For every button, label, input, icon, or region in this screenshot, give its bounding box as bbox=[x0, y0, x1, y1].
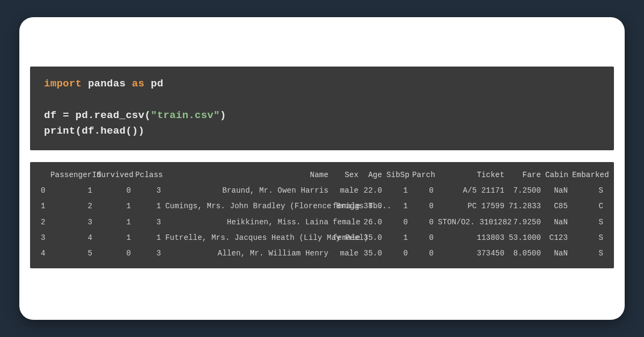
cell-cab: C85 bbox=[543, 199, 570, 214]
cell-tick: 113803 bbox=[436, 230, 507, 246]
col-age: Age bbox=[361, 167, 384, 183]
cell-surv: 0 bbox=[94, 183, 133, 199]
col-cabin: Cabin bbox=[543, 167, 570, 183]
cell-sib: 1 bbox=[384, 183, 410, 199]
cell-age: 38.0 bbox=[361, 199, 384, 214]
content-card: import pandas as pd df = pd.read_csv("tr… bbox=[19, 17, 625, 320]
cell-cab: NaN bbox=[543, 215, 570, 230]
col-parch: Parch bbox=[410, 167, 436, 183]
col-survived: Survived bbox=[94, 167, 133, 183]
cell-pid: 3 bbox=[48, 215, 94, 230]
cell-sib: 0 bbox=[384, 215, 410, 230]
cell-tick: STON/O2. 3101282 bbox=[436, 215, 507, 230]
table-row: 2313Heikkinen, Miss. Lainafemale26.000ST… bbox=[39, 215, 605, 230]
cell-sex: female bbox=[331, 199, 361, 214]
cell-name: Allen, Mr. William Henry bbox=[163, 246, 331, 261]
cell-par: 0 bbox=[410, 183, 436, 199]
cell-fare: 8.0500 bbox=[507, 246, 543, 261]
cell-age: 35.0 bbox=[361, 230, 384, 246]
assign-lhs: df bbox=[44, 109, 63, 121]
cell-idx: 4 bbox=[39, 246, 48, 261]
cell-name: Braund, Mr. Owen Harris bbox=[163, 183, 331, 199]
table-row: 4503Allen, Mr. William Henrymale35.00037… bbox=[39, 246, 605, 261]
cell-fare: 71.2833 bbox=[507, 199, 543, 214]
paren-close: ) bbox=[220, 109, 226, 121]
call-print: print bbox=[44, 125, 76, 137]
cell-par: 0 bbox=[410, 199, 436, 214]
keyword-import: import bbox=[44, 78, 82, 90]
table-header-row: PassengerId Survived Pclass Name Sex Age… bbox=[39, 167, 605, 183]
cell-surv: 1 bbox=[94, 199, 133, 214]
cell-surv: 0 bbox=[94, 246, 133, 261]
col-embarked: Embarked bbox=[570, 167, 605, 183]
cell-pid: 1 bbox=[48, 183, 94, 199]
cell-pcl: 3 bbox=[133, 215, 163, 230]
cell-pcl: 1 bbox=[133, 199, 163, 214]
cell-emb: S bbox=[570, 230, 605, 246]
output-cell: PassengerId Survived Pclass Name Sex Age… bbox=[30, 162, 614, 268]
cell-pcl: 3 bbox=[133, 183, 163, 199]
cell-pid: 4 bbox=[48, 230, 94, 246]
cell-name: Cumings, Mrs. John Bradley (Florence Bri… bbox=[163, 199, 331, 214]
col-name: Name bbox=[163, 167, 331, 183]
col-ticket: Ticket bbox=[436, 167, 507, 183]
cell-fare: 7.2500 bbox=[507, 183, 543, 199]
module-alias: pd bbox=[151, 78, 163, 90]
cell-pid: 5 bbox=[48, 246, 94, 261]
keyword-as: as bbox=[132, 78, 144, 90]
cell-surv: 1 bbox=[94, 230, 133, 246]
cell-sex: female bbox=[331, 215, 361, 230]
cell-sex: male bbox=[331, 183, 361, 199]
cell-par: 0 bbox=[410, 215, 436, 230]
cell-idx: 1 bbox=[39, 199, 48, 214]
cell-surv: 1 bbox=[94, 215, 133, 230]
equals: = bbox=[63, 109, 75, 121]
cell-emb: S bbox=[570, 246, 605, 261]
col-pclass: Pclass bbox=[133, 167, 163, 183]
cell-sib: 0 bbox=[384, 246, 410, 261]
cell-idx: 2 bbox=[39, 215, 48, 230]
cell-age: 26.0 bbox=[361, 215, 384, 230]
cell-fare: 53.1000 bbox=[507, 230, 543, 246]
print-args: (df.head()) bbox=[76, 125, 145, 137]
cell-emb: S bbox=[570, 183, 605, 199]
code-cell[interactable]: import pandas as pd df = pd.read_csv("tr… bbox=[30, 67, 614, 150]
col-passengerid: PassengerId bbox=[48, 167, 94, 183]
cell-par: 0 bbox=[410, 230, 436, 246]
spacer-top bbox=[30, 32, 614, 67]
spacer-mid bbox=[30, 150, 614, 162]
cell-age: 22.0 bbox=[361, 183, 384, 199]
cell-tick: 373450 bbox=[436, 246, 507, 261]
string-literal: "train.csv" bbox=[151, 109, 220, 121]
cell-par: 0 bbox=[410, 246, 436, 261]
col-fare: Fare bbox=[507, 167, 543, 183]
table-row: 0103Braund, Mr. Owen Harrismale22.010A/5… bbox=[39, 183, 605, 199]
cell-sex: female bbox=[331, 230, 361, 246]
cell-pcl: 3 bbox=[133, 246, 163, 261]
table-row: 1211Cumings, Mrs. John Bradley (Florence… bbox=[39, 199, 605, 214]
cell-tick: A/5 21171 bbox=[436, 183, 507, 199]
cell-sib: 1 bbox=[384, 230, 410, 246]
module-name: pandas bbox=[88, 78, 126, 90]
cell-fare: 7.9250 bbox=[507, 215, 543, 230]
table-body: 0103Braund, Mr. Owen Harrismale22.010A/5… bbox=[39, 183, 605, 261]
cell-name: Futrelle, Mrs. Jacques Heath (Lily May P… bbox=[163, 230, 331, 246]
cell-pcl: 1 bbox=[133, 230, 163, 246]
cell-emb: C bbox=[570, 199, 605, 214]
col-index bbox=[39, 167, 48, 183]
dataframe-table: PassengerId Survived Pclass Name Sex Age… bbox=[39, 167, 605, 262]
col-sibsp: SibSp bbox=[384, 167, 410, 183]
cell-emb: S bbox=[570, 215, 605, 230]
cell-cab: NaN bbox=[543, 246, 570, 261]
cell-name: Heikkinen, Miss. Laina bbox=[163, 215, 331, 230]
cell-cab: C123 bbox=[543, 230, 570, 246]
cell-tick: PC 17599 bbox=[436, 199, 507, 214]
cell-idx: 0 bbox=[39, 183, 48, 199]
call-read-csv: pd.read_csv( bbox=[76, 109, 151, 121]
cell-age: 35.0 bbox=[361, 246, 384, 261]
cell-pid: 2 bbox=[48, 199, 94, 214]
cell-idx: 3 bbox=[39, 230, 48, 246]
cell-cab: NaN bbox=[543, 183, 570, 199]
col-sex: Sex bbox=[331, 167, 361, 183]
table-row: 3411Futrelle, Mrs. Jacques Heath (Lily M… bbox=[39, 230, 605, 246]
